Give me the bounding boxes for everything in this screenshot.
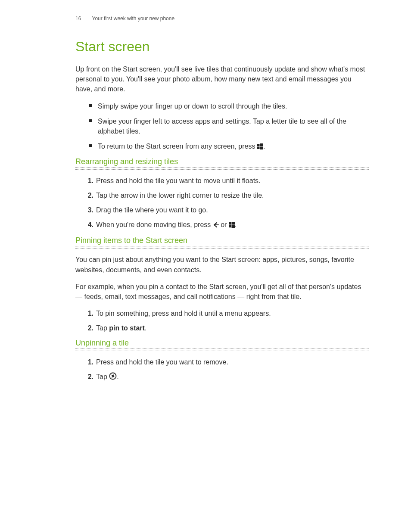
- list-item: When you're done moving tiles, press or …: [95, 220, 369, 231]
- list-item: Press and hold the tile you want to remo…: [95, 357, 369, 367]
- pinning-steps: To pin something, press and hold it unti…: [75, 308, 369, 333]
- list-item: Press and hold the tile you want to move…: [95, 176, 369, 186]
- intro-paragraph: Up front on the Start screen, you'll see…: [75, 64, 369, 94]
- unpin-circle-icon: [109, 372, 117, 383]
- divider: [75, 169, 369, 170]
- pinning-paragraph-2: For example, when you pin a contact to t…: [75, 282, 369, 302]
- step-text-pre: Tap: [96, 324, 109, 332]
- list-item: Tap .: [95, 372, 369, 383]
- windows-logo-icon: [229, 221, 235, 231]
- step-text-pre: When you're done moving tiles, press: [96, 221, 213, 228]
- list-item: Tap the arrow in the lower right corner …: [95, 190, 369, 201]
- list-item: Tap pin to start.: [95, 323, 369, 333]
- section-heading: Pinning items to the Start screen: [75, 236, 369, 246]
- windows-logo-icon: [257, 142, 263, 152]
- divider: [75, 248, 369, 249]
- svg-rect-5: [231, 222, 235, 225]
- divider: [75, 351, 369, 351]
- svg-rect-0: [257, 144, 260, 146]
- list-item: To pin something, press and hold it unti…: [95, 308, 369, 319]
- rearranging-steps: Press and hold the tile you want to move…: [75, 176, 369, 231]
- list-item: To return to the Start screen from any s…: [92, 141, 369, 152]
- section-heading: Rearranging and resizing tiles: [75, 157, 369, 168]
- manual-page: 16 Your first week with your new phone S…: [0, 0, 411, 532]
- step-text-post: .: [235, 221, 237, 228]
- page-number: 16: [75, 16, 81, 22]
- unpinning-steps: Press and hold the tile you want to remo…: [75, 357, 369, 383]
- bullet-text-post: .: [263, 143, 265, 150]
- svg-rect-6: [229, 225, 231, 228]
- pin-to-start-label: pin to start: [109, 324, 145, 332]
- svg-rect-2: [257, 147, 260, 149]
- section-heading: Unpinning a tile: [75, 339, 369, 349]
- svg-rect-4: [229, 222, 231, 225]
- svg-rect-7: [231, 225, 235, 228]
- list-item: Swipe your finger left to access apps an…: [92, 116, 369, 136]
- svg-rect-1: [260, 143, 263, 146]
- list-item: Simply swipe your finger up or down to s…: [92, 101, 369, 111]
- svg-rect-3: [260, 147, 263, 150]
- running-title: Your first week with your new phone: [92, 16, 174, 22]
- back-arrow-icon: [213, 221, 219, 231]
- step-text-post: .: [145, 324, 146, 332]
- step-text-mid: or: [221, 221, 229, 228]
- step-text-post: .: [117, 373, 118, 380]
- step-text-pre: Tap: [96, 373, 109, 380]
- list-item: Drag the tile where you want it to go.: [95, 205, 369, 215]
- page-title: Start screen: [75, 39, 369, 55]
- bullet-text-pre: To return to the Start screen from any s…: [98, 143, 257, 150]
- intro-bullets: Simply swipe your finger up or down to s…: [75, 101, 369, 152]
- pinning-paragraph-1: You can pin just about anything you want…: [75, 255, 369, 274]
- running-header: 16 Your first week with your new phone: [75, 16, 369, 22]
